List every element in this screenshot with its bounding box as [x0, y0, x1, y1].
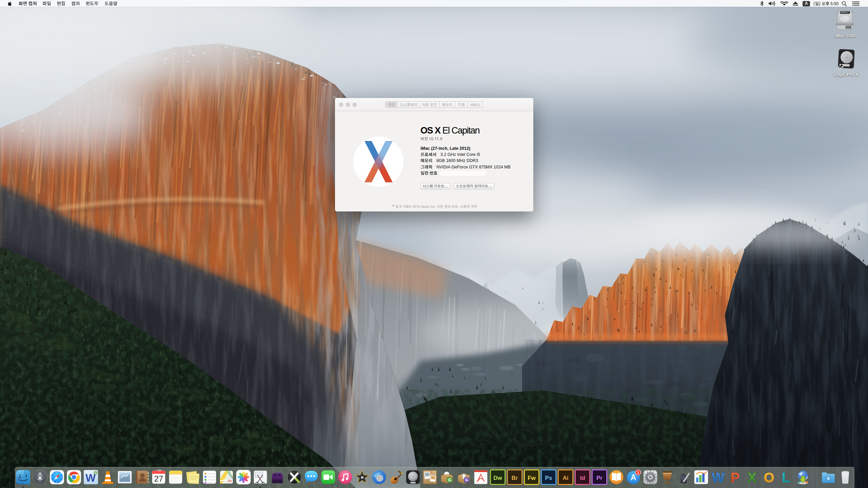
svg-text:3D: 3D: [228, 479, 232, 483]
svg-text:L: L: [782, 470, 790, 485]
svg-text:Pr: Pr: [596, 475, 603, 481]
svg-text:P: P: [731, 470, 740, 485]
svg-text:G: G: [448, 478, 451, 482]
svg-text:Dw: Dw: [493, 475, 502, 481]
svg-text:G: G: [465, 478, 468, 482]
svg-text:Id: Id: [580, 475, 585, 481]
svg-text:27: 27: [154, 474, 163, 483]
svg-text:Br: Br: [512, 475, 518, 481]
svg-text:Ps: Ps: [545, 475, 552, 481]
svg-text:A: A: [631, 473, 636, 482]
svg-text:O: O: [764, 470, 774, 485]
svg-text:X: X: [748, 470, 757, 485]
svg-text:1: 1: [637, 470, 639, 474]
svg-text:Ai: Ai: [563, 475, 569, 481]
svg-text:Fw: Fw: [528, 475, 536, 481]
svg-text:W: W: [712, 470, 725, 485]
